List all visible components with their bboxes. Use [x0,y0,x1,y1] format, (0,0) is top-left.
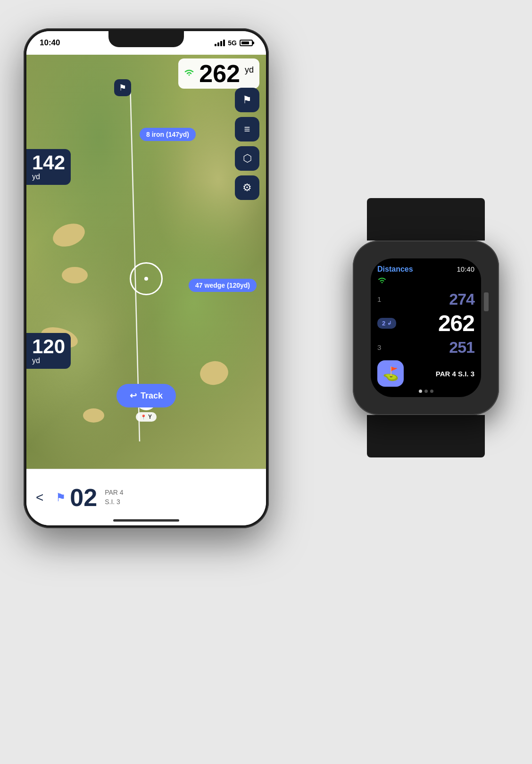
si-value: S.I. 3 [105,498,123,507]
signal-bar-3 [220,41,222,46]
dist-bottom-unit: yd [32,357,40,365]
watch-crown [484,292,489,311]
status-icons: 5G [215,39,253,47]
watch-dot-2 [424,390,428,393]
marker-label: 📍 Y [136,412,157,422]
watch-dist-row-2: 2 ↲ 262 [377,309,474,337]
scorecard-icon: ≡ [244,123,250,135]
status-time: 10:40 [40,38,60,48]
golf-swing-icon: ⛳ [382,366,399,382]
flag-marker: ⚑ [114,79,131,96]
watch-time: 10:40 [457,265,474,273]
club-tooltip-2: 47 wedge (120yd) [189,279,257,292]
watch-band-bottom [367,415,485,457]
golf-map[interactable]: ⚑ 8 iron (147yd) 47 wedge (120yd) 142 yd [26,55,266,469]
sand-bunker-2 [62,267,88,283]
sand-bunker-4 [198,359,230,387]
iphone-notch [108,31,184,47]
gear-icon: ⚙ [242,182,252,194]
hole-number-display: ⚑ 02 [56,483,97,512]
dist-top-value: 142 [32,153,65,173]
watch-header: Distances 10:40 [377,265,474,274]
flag-button[interactable]: ⚑ [235,88,259,112]
watch-dist-row-3: 3 251 [377,337,474,357]
watch-dist-3: 251 [449,338,474,357]
map-action-buttons: ⚑ ≡ ⬡ ⚙ [235,88,259,200]
dist-bottom-value: 120 [32,337,65,357]
signal-bar-1 [215,44,216,46]
watch-row-label-1: 1 [377,295,387,303]
gps-signal-icon [184,67,194,80]
watch-active-badge-icon: ↲ [387,320,391,326]
battery-icon [240,40,253,46]
signal-bar-2 [217,42,219,46]
main-distance-unit: yd [245,65,254,75]
club-tooltip-1: 8 iron (147yd) [140,128,196,141]
dist-top-unit: yd [32,173,40,181]
watch-body: Distances 10:40 1 274 [353,241,499,415]
par-value: PAR 4 [105,488,123,498]
watch-bottom: ⛳ PAR 4 S.I. 3 [377,360,474,387]
settings-button[interactable]: ⚙ [235,175,259,200]
watch-signal-icon [377,276,474,285]
main-distance-value: 262 [199,61,240,86]
watch-dist-2: 262 [438,310,474,336]
track-icon: ↩ [130,390,137,401]
watch-band-top [367,198,485,241]
watch-screen: Distances 10:40 1 274 [371,258,481,397]
cube-icon: ⬡ [243,152,252,165]
flag-icon: ⚑ [242,94,252,106]
scene: 10:40 5G [0,0,532,764]
distance-header: 262 yd [178,58,259,89]
signal-bars-icon [215,40,225,46]
sand-bunker-1 [50,219,88,250]
hole-info: PAR 4 S.I. 3 [105,488,123,507]
distance-label-bottom: 120 yd [26,333,71,369]
hole-flag-icon: ⚑ [56,491,66,504]
map-background: ⚑ 8 iron (147yd) 47 wedge (120yd) 142 yd [26,55,266,469]
iphone-device: 10:40 5G [24,28,269,528]
watch-page-dots [377,390,474,393]
apple-watch-device: Distances 10:40 1 274 [339,226,513,429]
scorecard-button[interactable]: ≡ [235,117,259,141]
signal-bar-4 [223,40,225,46]
distance-label-top: 142 yd [26,149,71,185]
watch-distances: 1 274 2 ↲ 262 3 251 [377,289,474,357]
sand-bunker-5 [83,408,104,423]
track-label: Track [141,391,163,401]
iphone-screen: 10:40 5G [26,31,266,525]
watch-active-badge: 2 ↲ [377,318,396,329]
back-button[interactable]: < [36,490,43,505]
watch-dist-1: 274 [449,290,474,308]
watch-par-info: PAR 4 S.I. 3 [436,370,474,378]
3d-button[interactable]: ⬡ [235,146,259,171]
watch-active-badge-label: 2 [382,320,385,327]
watch-dot-3 [430,390,433,393]
watch-dist-row-1: 1 274 [377,289,474,309]
track-button[interactable]: ↩ Track [116,384,176,407]
battery-fill [241,42,249,44]
network-type: 5G [228,39,237,47]
watch-dot-1 [419,390,422,393]
ball-dot [144,277,148,281]
watch-screen-title: Distances [377,265,413,274]
watch-golf-icon[interactable]: ⛳ [377,360,404,387]
watch-row-label-3: 3 [377,343,387,351]
bottom-bar: < ⚑ 02 PAR 4 S.I. 3 [26,469,266,525]
home-indicator [113,519,179,522]
ball-position-circle[interactable] [130,262,163,295]
hole-number-value: 02 [70,483,97,512]
